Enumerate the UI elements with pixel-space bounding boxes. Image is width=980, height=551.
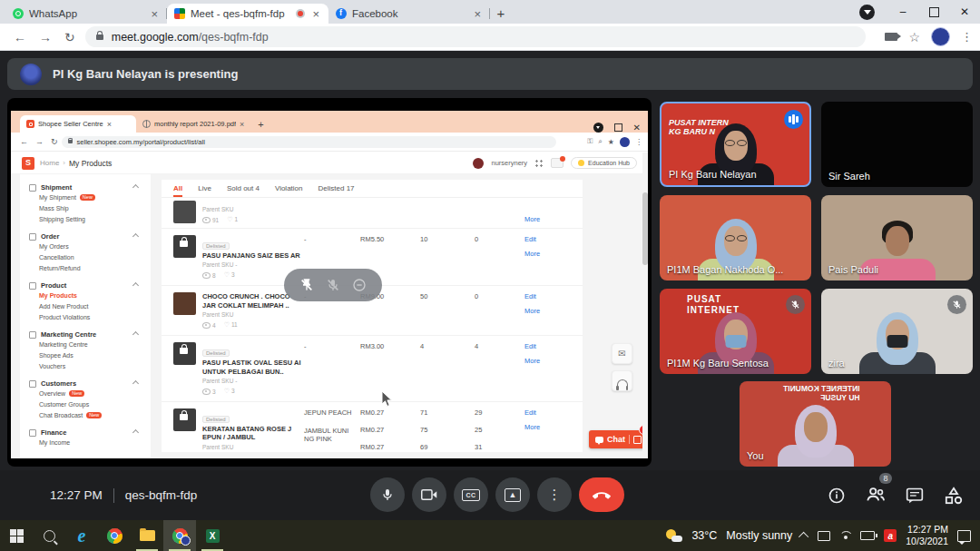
activities-icon[interactable] [944, 487, 964, 505]
sidebar-item[interactable]: My Income [29, 437, 151, 448]
listing-tab[interactable]: Violation [275, 180, 303, 197]
variant-sales: 25 [475, 426, 524, 434]
sidebar-item[interactable]: My Products [29, 290, 151, 300]
sidebar-item[interactable]: Customer Groups [29, 398, 151, 409]
tray-expand-icon[interactable] [799, 532, 808, 542]
more-link[interactable]: More [524, 215, 574, 223]
your-phone-icon[interactable] [818, 531, 830, 541]
forward-icon[interactable]: → [39, 30, 52, 44]
sidebar-section-title[interactable]: Customers [29, 379, 151, 388]
present-button[interactable]: ▲ [495, 477, 530, 512]
browser-tab[interactable]: Meet - qes-bqfm-fdp× [167, 4, 328, 24]
tab-close-icon[interactable]: × [310, 8, 321, 20]
minimize-button[interactable]: – [887, 0, 918, 24]
action-center-icon[interactable] [957, 530, 971, 542]
tab-close-icon[interactable]: × [472, 8, 483, 20]
sidebar-item[interactable]: OverviewNew [29, 388, 151, 398]
listing-tab[interactable]: Live [198, 180, 211, 197]
weather-description[interactable]: Mostly sunny [726, 529, 792, 542]
listing-tab[interactable]: All [173, 180, 182, 197]
edit-link[interactable]: Edit [524, 235, 574, 243]
sidebar-item[interactable]: Marketing Centre [29, 339, 151, 349]
more-options-icon: ⋮ [548, 487, 562, 503]
media-controls-icon[interactable] [859, 5, 875, 20]
tab-close-icon[interactable]: × [149, 8, 160, 20]
unpin-icon[interactable] [299, 278, 314, 292]
start-button[interactable] [0, 520, 33, 551]
captions-button[interactable]: CC [454, 477, 488, 512]
participant-tile[interactable]: PUSAT INTERNETPI1M Kg Baru Sentosa [660, 289, 811, 374]
participant-tile[interactable]: PUSAT INTERN KG BARU NPI Kg Baru Nelayan [660, 102, 811, 187]
sidebar-section-title[interactable]: Product [29, 281, 151, 290]
mic-button[interactable] [370, 477, 405, 512]
listing-tab[interactable]: Sold out 4 [227, 180, 260, 197]
sidebar-item[interactable]: Mass Ship [29, 202, 151, 213]
product-image [173, 201, 196, 223]
reload-icon[interactable]: ↻ [64, 30, 75, 44]
sidebar-section-title[interactable]: Finance [29, 428, 151, 437]
participant-tile[interactable]: Sir Sareh [821, 102, 973, 187]
participant-tile[interactable]: PI1M Bagan Nakhoda O... [660, 195, 811, 280]
edit-link[interactable]: Edit [524, 342, 574, 350]
chat-panel-icon[interactable] [906, 487, 924, 505]
sidebar-item[interactable]: Cancellation [29, 251, 151, 262]
sidebar-item[interactable]: My ShipmentNew [29, 192, 151, 202]
browser-tab[interactable]: WhatsApp× [5, 4, 167, 24]
weather-temperature[interactable]: 33°C [691, 529, 717, 542]
browser-menu-icon[interactable]: ⋮ [961, 30, 973, 44]
participant-tile[interactable]: INTERNET KOMUNIT HU YUSUFYou [740, 381, 891, 467]
more-link[interactable]: More [524, 423, 574, 431]
people-button[interactable]: 8 [866, 485, 886, 507]
wifi-icon[interactable] [839, 531, 851, 540]
taskbar-clock[interactable]: 12:27 PM 10/3/2021 [906, 524, 948, 547]
taskbar-ie[interactable]: e [65, 520, 98, 551]
presentation-tile[interactable]: Shopee Seller Centre×monthly report 2021… [7, 98, 652, 467]
taskbar-search-button[interactable] [33, 520, 65, 551]
sidebar-item[interactable]: Shipping Setting [29, 213, 151, 224]
sidebar-item[interactable]: Return/Refund [29, 262, 151, 273]
shared-tab-close-icon: × [107, 120, 112, 129]
edit-link[interactable]: Edit [524, 292, 574, 300]
listing-tab[interactable]: Delisted 17 [318, 180, 355, 197]
sidebar-section-title[interactable]: Order [29, 232, 151, 241]
more-options-button[interactable]: ⋮ [537, 477, 572, 512]
sidebar-item[interactable]: Vouchers [29, 360, 151, 371]
taskbar-chrome[interactable] [98, 520, 131, 551]
section-label: Marketing Centre [41, 330, 96, 339]
new-tab-button[interactable]: + [490, 4, 512, 24]
sidebar-item[interactable]: My Orders [29, 241, 151, 251]
taskbar-file-explorer[interactable] [131, 520, 163, 551]
sidebar-item[interactable]: Shopee Ads [29, 349, 151, 360]
participant-tile[interactable]: Pais Paduli [821, 195, 973, 280]
edit-link[interactable]: Edit [524, 408, 574, 417]
avira-icon[interactable]: a [884, 529, 897, 542]
weather-icon[interactable] [666, 529, 682, 542]
variant-price: RM0.27 [360, 426, 420, 434]
browser-tab[interactable]: Facebook× [328, 4, 490, 24]
taskbar-excel[interactable]: X [196, 520, 229, 551]
info-icon[interactable] [828, 487, 846, 505]
more-link[interactable]: More [524, 357, 574, 365]
camera-button[interactable] [412, 477, 446, 512]
url-bar[interactable]: meet.google.com/qes-bqfm-fdp [85, 26, 866, 47]
close-button[interactable]: ✕ [949, 0, 980, 24]
sidebar-item[interactable]: Chat BroadcastNew [29, 409, 151, 420]
battery-icon[interactable] [860, 531, 875, 540]
variant-stock: 71 [420, 408, 475, 417]
end-call-button[interactable] [579, 477, 624, 512]
browser-profile-avatar[interactable] [931, 27, 950, 46]
more-link[interactable]: More [524, 307, 574, 315]
sidebar-section-title[interactable]: Marketing Centre [29, 330, 151, 339]
taskbar-chrome-active[interactable] [163, 520, 196, 551]
sidebar-section-title[interactable]: Shipment [29, 183, 151, 192]
maximize-button[interactable] [918, 0, 949, 24]
sidebar-item[interactable]: Add New Product [29, 300, 151, 311]
mute-participant-icon[interactable] [326, 278, 340, 292]
more-link[interactable]: More [524, 250, 574, 258]
back-icon[interactable]: ← [14, 30, 26, 44]
tab-camera-icon[interactable] [885, 33, 897, 41]
sidebar-item[interactable]: Product Violations [29, 311, 151, 322]
remove-participant-icon[interactable] [352, 278, 367, 292]
participant-tile[interactable]: zira [821, 289, 973, 374]
bookmark-star-icon[interactable]: ☆ [908, 30, 920, 44]
